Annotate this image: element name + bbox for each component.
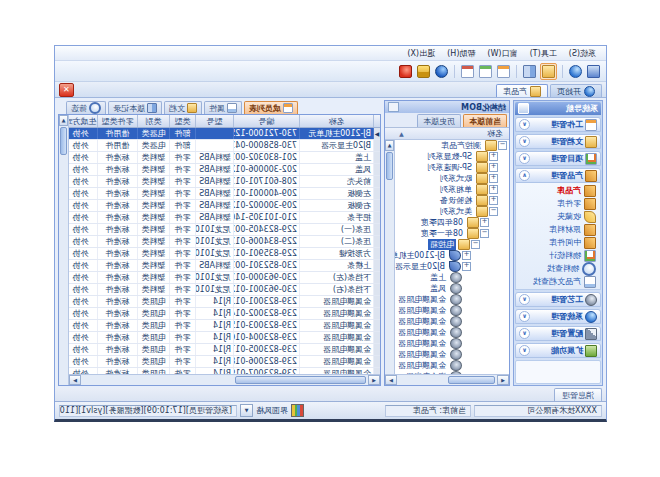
toolbar-button-view-monitor[interactable] (586, 64, 601, 79)
scroll-left-icon[interactable]: ◀ (497, 375, 509, 385)
column-header-名称[interactable]: 名称 (299, 115, 373, 127)
sidebar-item-产品文档查找[interactable]: 产品文档查找 (516, 275, 600, 288)
scroll-right-icon[interactable]: ▶ (69, 375, 81, 385)
table-row[interactable]: 把手条210-101305-140塑料ABS零件塑料类标准件外协条 (69, 212, 380, 224)
tree-node-上盖[interactable]: 上盖 (395, 272, 509, 283)
expand-plus-icon[interactable]: + (489, 152, 498, 161)
expand-plus-icon[interactable]: + (489, 174, 498, 183)
doc-tab-开始页[interactable]: 开始页 (550, 84, 602, 97)
table-row[interactable]: 上盖201-830302-001塑料ABS零件塑料类标准件外协条 (69, 152, 380, 164)
collapse-minus-icon[interactable]: − (498, 141, 507, 150)
collapse-minus-icon[interactable]: − (471, 240, 480, 249)
scroll-track[interactable] (397, 375, 497, 385)
column-header-编号[interactable]: 编号 (233, 115, 299, 127)
table-row[interactable]: 右侧板209-300002-012塑料ABS零件塑料类标准件外协条 (69, 200, 380, 212)
collapse-minus-icon[interactable]: − (489, 207, 498, 216)
style-dropdown-button[interactable]: ▼ (240, 404, 253, 417)
menu-item[interactable]: 系统(S) (563, 48, 602, 59)
menu-item[interactable]: 工具(T) (524, 48, 563, 59)
expand-plus-icon[interactable]: + (462, 251, 471, 260)
sidebar-group-header-系统管理[interactable]: 系统管理∨ (515, 309, 601, 324)
sidebar-group-header-工作管理[interactable]: 工作管理∨ (515, 117, 601, 132)
sidebar-item-原材料库[interactable]: 原材料库 (516, 223, 600, 236)
scroll-left-icon[interactable]: ◀ (368, 375, 380, 385)
tree-node-电控箱[interactable]: −电控箱 (395, 239, 509, 250)
table-tab-属性[interactable]: 属性 (204, 101, 242, 114)
sidebar-group-header-项目管理[interactable]: 项目管理∨ (515, 151, 601, 166)
menu-item[interactable]: 帮助(H) (441, 48, 481, 59)
collapse-minus-icon[interactable]: − (480, 229, 489, 238)
column-header-零件类型[interactable]: 零件类型 (97, 115, 137, 127)
toolbar-button-list-view-2[interactable] (478, 64, 493, 79)
column-header-型号[interactable]: 型号 (195, 115, 233, 127)
sidebar-group-header-产品管理[interactable]: 产品管理∧ (515, 168, 601, 183)
table-row[interactable]: 金属膜电阻器239-823002-014RJ14零件电阻类标准件外协条 (69, 308, 380, 320)
tree-column-header[interactable]: 名称 ▲ (385, 128, 509, 140)
tree-node-金属膜电阻器[interactable]: 金属膜电阻器 (395, 338, 509, 349)
table-row[interactable]: 上横条230-852301-001塑料ABS零件塑料类标准件外协条 (69, 260, 380, 272)
table-row[interactable]: ▶BJ-2100主机单元730-721000-125部件电器类借用件外协购 (69, 128, 380, 140)
table-row[interactable]: 下挡条(左)230-963000-011尼龙1010零件塑料类标准件外协条 (69, 272, 380, 284)
sidebar-item-产品库[interactable]: 产品库 (516, 184, 600, 197)
toolbar-button-window-tiles[interactable] (522, 64, 537, 79)
toolbar-button-open-library[interactable] (540, 63, 557, 80)
tree-node-美式系列[interactable]: −美式系列 (395, 206, 509, 217)
sidebar-group-header-扩展功能[interactable]: 扩展功能∨ (515, 343, 601, 358)
tree-node-BJ-2100主机单元[interactable]: +BJ-2100主机单元 (395, 250, 509, 261)
tree-node-金属膜电阻器[interactable]: 金属膜电阻器 (395, 316, 509, 327)
sidebar-group-header-文档管理[interactable]: 文档管理∨ (515, 134, 601, 149)
sidebar-item-收藏夹[interactable]: 收藏夹 (516, 210, 600, 223)
close-tab-button[interactable]: ✕ (59, 83, 74, 97)
pin-icon[interactable] (518, 103, 529, 114)
chevron-down-icon[interactable]: ∨ (519, 311, 530, 322)
toolbar-button-list-view-1[interactable] (496, 64, 511, 79)
chevron-down-icon[interactable]: ∨ (519, 153, 530, 164)
sidebar-item-物料查找[interactable]: 物料查找 (516, 262, 600, 275)
sidebar-group-header-工艺管理[interactable]: 工艺管理∨ (515, 292, 601, 307)
tree-node-欧式系列[interactable]: +欧式系列 (395, 173, 509, 184)
sidebar-group-header-配置管理[interactable]: 配置管理∨ (515, 326, 601, 341)
expand-plus-icon[interactable]: + (489, 185, 498, 194)
menu-item[interactable]: 窗口(W) (481, 48, 523, 59)
doc-tab-产品库[interactable]: 产品库 (496, 84, 548, 97)
toolbar-button-lock[interactable] (416, 64, 431, 79)
scroll-up-icon[interactable]: ▲ (385, 140, 394, 151)
tree-node-金属膜电阻器[interactable]: 金属膜电阻器 (395, 360, 509, 371)
table-row[interactable]: 金属膜电阻器239-823004-016RJ14零件电阻类标准件外协条 (69, 332, 380, 344)
table-row[interactable]: 金属膜电阻器239-823001-013RJ14零件电阻类标准件外协条 (69, 296, 380, 308)
chevron-down-icon[interactable]: ∨ (519, 345, 530, 356)
toolbar-button-browser-globe[interactable] (568, 64, 583, 79)
table-row[interactable]: 左侧板209-400001-011塑料ABS零件塑料类标准件外协条 (69, 188, 380, 200)
toolbar-button-help-info[interactable] (434, 64, 449, 79)
tree-node-金属膜电阻器[interactable]: 金属膜电阻器 (395, 305, 509, 316)
tree-node-金属膜电阻器[interactable]: 金属膜电阻器 (395, 349, 509, 360)
menu-item[interactable]: 退出(X) (401, 48, 441, 59)
tree-vertical-scrollbar[interactable]: ▲ (385, 140, 395, 374)
expand-plus-icon[interactable]: + (462, 262, 471, 271)
table-vertical-scrollbar[interactable]: ▲ (59, 115, 69, 385)
expand-plus-icon[interactable]: + (480, 218, 489, 227)
tree-node-单相系列[interactable]: +单相系列 (395, 184, 509, 195)
tree-node-金属膜电阻器[interactable]: 金属膜电阻器 (395, 327, 509, 338)
toolbar-button-list-view-3[interactable] (460, 64, 475, 79)
table-tab-成员列表[interactable]: 成员列表 (244, 101, 298, 114)
chevron-down-icon[interactable]: ∨ (519, 119, 530, 130)
table-row[interactable]: 金属膜电阻器239-823003-015RJ14零件电阻类标准件外协条 (69, 320, 380, 332)
tree-node-金属膜电阻器[interactable]: 金属膜电阻器 (395, 294, 509, 305)
table-row[interactable]: 金属膜电阻器239-823005-017RJ14零件电阻类标准件外协条 (69, 344, 380, 356)
scroll-up-icon[interactable]: ▲ (59, 115, 68, 126)
table-row[interactable]: 下挡条(右)230-963001-012尼龙1010零件塑料类标准件外协条 (69, 284, 380, 296)
table-row[interactable]: 前头壳208-601701-011塑料ABS零件塑料类标准件外协条 (69, 176, 380, 188)
table-row[interactable]: BJ20主显示器730-858000-041部件电器类借用件外协购 (69, 140, 380, 152)
column-header-类别[interactable]: 类别 (137, 115, 169, 127)
tree-node-瓷介电容器[interactable]: 瓷介电容器 (395, 371, 509, 374)
toolbar-button-exit[interactable] (398, 64, 413, 79)
tree-node-SP-数显系列[interactable]: +SP-数显系列 (395, 151, 509, 162)
sidebar-item-中间件库[interactable]: 中间件库 (516, 236, 600, 249)
sidebar-item-零件库[interactable]: 零件库 (516, 197, 600, 210)
chevron-down-icon[interactable]: ∨ (519, 136, 530, 147)
table-horizontal-scrollbar[interactable]: ◀ ▶ (69, 374, 380, 385)
tree-tab-当前版本[interactable]: 当前版本 (463, 114, 507, 127)
scroll-thumb[interactable] (448, 376, 495, 384)
sidebar-item-物料统计[interactable]: 物料统计 (516, 249, 600, 262)
